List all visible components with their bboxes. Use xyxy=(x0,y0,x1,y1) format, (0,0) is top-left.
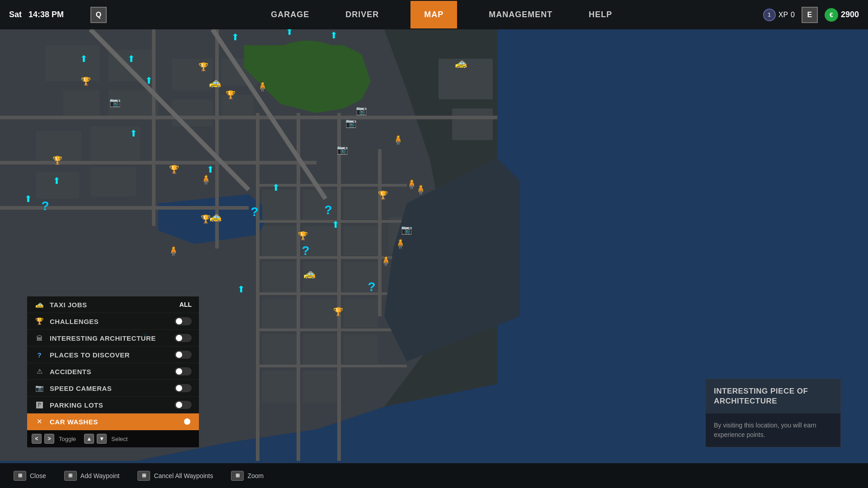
marker-cyan-pin[interactable]: ⬆ xyxy=(145,75,153,86)
marker-speed-camera[interactable]: 📷 xyxy=(345,117,357,128)
top-navigation-bar: Sat 14:38 PM Q GARAGE DRIVER MAP MANAGEM… xyxy=(0,0,868,29)
marker-trophy[interactable]: 🏆 xyxy=(52,155,62,165)
marker-question[interactable]: ? xyxy=(41,199,49,213)
marker-speed-camera[interactable]: 📷 xyxy=(337,144,348,155)
marker-trophy[interactable]: 🏆 xyxy=(226,90,236,100)
menu-item-car-washes[interactable]: ✕ CAR WASHES xyxy=(27,413,199,430)
cancel-waypoints-key[interactable]: ⊞ xyxy=(137,471,150,481)
add-waypoint-key[interactable]: ⊞ xyxy=(64,471,77,481)
add-waypoint-action[interactable]: ⊞ Add Waypoint xyxy=(64,471,120,481)
day-label: Sat xyxy=(9,10,22,19)
speed-cameras-toggle-knob xyxy=(176,385,182,391)
marker-cyan-pin[interactable]: ⬆ xyxy=(80,53,88,64)
marker-question[interactable]: ? xyxy=(302,244,309,258)
marker-cyan-pin[interactable]: ⬆ xyxy=(130,128,137,139)
marker-trophy[interactable]: 🏆 xyxy=(298,231,308,241)
accidents-toggle[interactable] xyxy=(175,367,192,375)
marker-cyan-pin[interactable]: ⬆ xyxy=(207,164,214,175)
marker-taxi[interactable]: 🚕 xyxy=(209,211,222,223)
svg-rect-5 xyxy=(63,90,99,117)
marker-cyan-pin[interactable]: ⬆ xyxy=(332,219,340,230)
cancel-waypoints-action[interactable]: ⊞ Cancel All Waypoints xyxy=(137,471,213,481)
zoom-action[interactable]: ⊞ Zoom xyxy=(231,471,264,481)
marker-speed-camera[interactable]: 📷 xyxy=(109,97,121,108)
nav-driver[interactable]: DRIVER xyxy=(341,1,383,28)
parking-lots-icon: 🅿 xyxy=(34,401,44,409)
up-key[interactable]: ▲ xyxy=(84,434,94,444)
menu-item-accidents[interactable]: ⚠ ACCIDENTS xyxy=(27,363,199,380)
car-washes-icon: ✕ xyxy=(34,418,44,426)
marker-trophy[interactable]: 🏆 xyxy=(198,62,208,72)
marker-taxi[interactable]: 🚕 xyxy=(455,57,467,69)
nav-management[interactable]: MANAGEMENT xyxy=(484,1,557,28)
menu-item-parking-lots[interactable]: 🅿 PARKING LOTS xyxy=(27,397,199,413)
marker-person-green[interactable]: 🧍 xyxy=(167,245,179,257)
marker-cyan-pin[interactable]: ⬆ xyxy=(53,175,61,186)
marker-cyan-pin[interactable]: ⬆ xyxy=(231,32,239,42)
svg-point-12 xyxy=(262,41,353,104)
marker-cyan-pin[interactable]: ⬆ xyxy=(237,284,245,295)
marker-trophy[interactable]: 🏆 xyxy=(169,164,179,174)
next-key[interactable]: > xyxy=(44,434,54,444)
nav-garage[interactable]: GARAGE xyxy=(266,1,314,28)
accidents-icon: ⚠ xyxy=(34,367,44,375)
cancel-waypoints-label: Cancel All Waypoints xyxy=(154,472,213,479)
currency-display: € 2900 xyxy=(825,8,859,22)
nav-map[interactable]: MAP xyxy=(410,1,457,28)
q-key-button[interactable]: Q xyxy=(90,7,107,23)
architecture-toggle[interactable] xyxy=(175,334,192,342)
marker-question[interactable]: ? xyxy=(250,205,258,219)
menu-item-architecture[interactable]: 🏛 INTERESTING ARCHITECTURE xyxy=(27,330,199,347)
marker-question[interactable]: ? xyxy=(324,203,332,217)
close-key[interactable]: ⊞ xyxy=(14,471,26,481)
marker-trophy[interactable]: 🏆 xyxy=(333,307,343,317)
main-navigation: GARAGE DRIVER MAP MANAGEMENT HELP xyxy=(120,1,763,28)
car-washes-toggle[interactable] xyxy=(175,418,192,426)
marker-question[interactable]: ? xyxy=(368,280,375,294)
speed-cameras-toggle[interactable] xyxy=(175,384,192,392)
marker-cyan-pin[interactable]: ⬆ xyxy=(24,193,32,204)
marker-cyan-pin[interactable]: ⬆ xyxy=(127,53,135,64)
down-button[interactable]: ▼ xyxy=(97,434,107,444)
prev-button[interactable]: < xyxy=(32,434,42,444)
marker-person-blue[interactable]: 🧍 xyxy=(415,184,427,196)
currency-icon: € xyxy=(825,8,838,22)
currency-value: 2900 xyxy=(841,10,859,19)
menu-item-taxi-jobs[interactable]: 🚕 TAXI JOBS ALL xyxy=(27,296,199,313)
svg-rect-31 xyxy=(303,334,339,366)
marker-person-green[interactable]: 🧍 xyxy=(200,174,212,186)
challenges-toggle[interactable] xyxy=(175,317,192,325)
marker-taxi[interactable]: 🚕 xyxy=(303,268,316,280)
marker-person-green[interactable]: 🧍 xyxy=(256,81,269,93)
down-key[interactable]: ▼ xyxy=(97,434,107,444)
marker-cyan-pin[interactable]: ⬆ xyxy=(330,30,338,41)
up-button[interactable]: ▲ xyxy=(84,434,94,444)
marker-speed-camera[interactable]: 📷 xyxy=(401,224,412,235)
menu-item-speed-cameras[interactable]: 📷 SPEED CAMERAS xyxy=(27,380,199,397)
close-label: Close xyxy=(30,472,46,479)
marker-trophy[interactable]: 🏆 xyxy=(378,190,388,200)
svg-rect-3 xyxy=(45,45,99,81)
svg-line-54 xyxy=(212,29,326,199)
marker-person-green[interactable]: 🧍 xyxy=(392,134,404,146)
menu-item-places[interactable]: ? PLACES TO DISCOVER xyxy=(27,347,199,363)
e-key-button[interactable]: E xyxy=(802,7,818,23)
close-action[interactable]: ⊞ Close xyxy=(14,471,46,481)
places-toggle[interactable] xyxy=(175,351,192,359)
parking-lots-toggle[interactable] xyxy=(175,401,192,409)
marker-taxi[interactable]: 🚕 xyxy=(209,77,221,89)
info-panel-description: By visiting this location, you will earn… xyxy=(706,413,840,447)
marker-person-green[interactable]: 🧍 xyxy=(394,238,406,250)
svg-rect-23 xyxy=(344,226,377,255)
marker-person-green[interactable]: 🧍 xyxy=(380,255,392,267)
next-button[interactable]: > xyxy=(44,434,54,444)
marker-speed-camera[interactable]: 📷 xyxy=(356,105,367,116)
bottom-action-bar: ⊞ Close ⊞ Add Waypoint ⊞ Cancel All Wayp… xyxy=(0,463,868,488)
nav-help[interactable]: HELP xyxy=(584,1,617,28)
prev-key[interactable]: < xyxy=(32,434,42,444)
architecture-toggle-knob xyxy=(176,335,182,341)
menu-item-challenges[interactable]: 🏆 CHALLENGES xyxy=(27,313,199,330)
marker-trophy[interactable]: 🏆 xyxy=(81,76,91,86)
marker-cyan-pin[interactable]: ⬆ xyxy=(272,182,280,193)
zoom-key[interactable]: ⊞ xyxy=(231,471,244,481)
